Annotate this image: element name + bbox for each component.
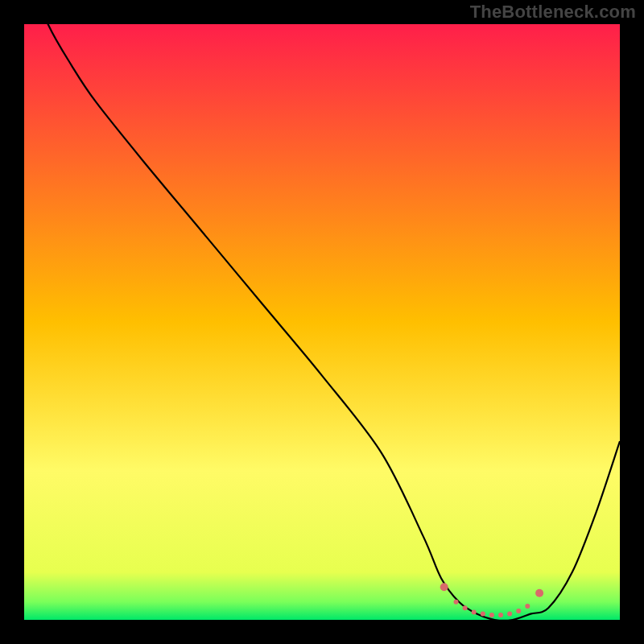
attribution-text: TheBottleneck.com	[470, 2, 636, 23]
optimal-marker	[498, 613, 503, 617]
chart-frame: TheBottleneck.com	[0, 0, 644, 644]
optimal-marker	[516, 609, 521, 613]
optimal-marker	[472, 609, 477, 614]
optimal-marker	[507, 612, 512, 617]
optimal-marker	[525, 604, 530, 609]
optimal-marker	[535, 589, 543, 597]
optimal-marker	[489, 613, 494, 617]
optimal-marker	[440, 583, 448, 591]
bottleneck-chart	[0, 0, 644, 644]
optimal-marker	[454, 600, 459, 605]
plot-area	[24, 24, 620, 620]
optimal-marker	[463, 605, 468, 610]
optimal-marker	[481, 612, 485, 617]
